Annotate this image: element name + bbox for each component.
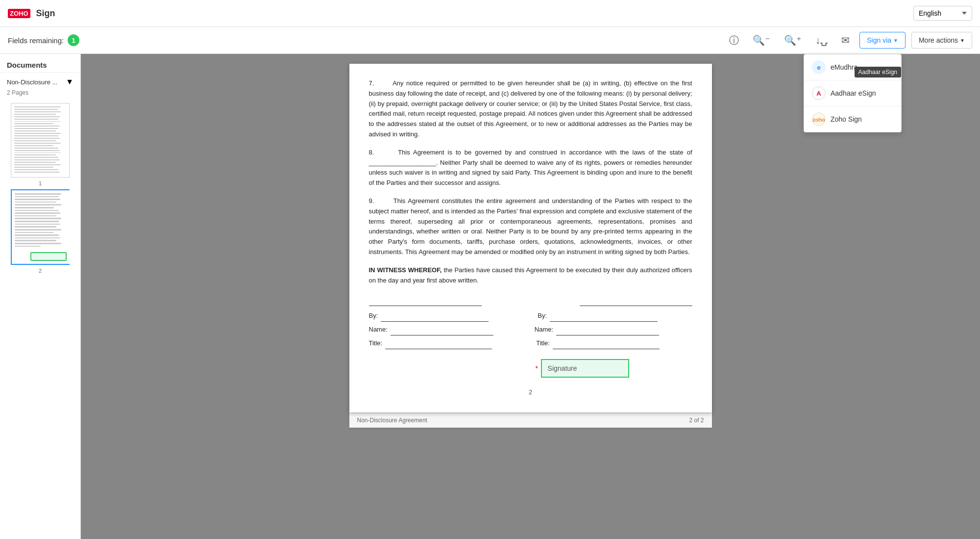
- para-7-text: Any notice required or permitted to be g…: [369, 79, 692, 138]
- signature-lines: By: By: Name: Name:: [369, 295, 692, 378]
- page-thumb-container-1: 1: [0, 103, 80, 186]
- app-brand: Sign: [36, 8, 55, 19]
- doc-pages-label: 2 Pages: [0, 88, 80, 100]
- required-star: *: [536, 364, 538, 372]
- witness-bold: IN WITNESS WHEREOF,: [369, 266, 442, 274]
- title-line-right: [553, 338, 660, 349]
- title-line-left: [385, 338, 492, 349]
- witness-paragraph: IN WITNESS WHEREOF, the Parties have cau…: [369, 265, 692, 286]
- logo-area: ZOHO Sign: [8, 8, 55, 19]
- dropdown-zoho-sign[interactable]: zoho Zoho Sign: [804, 106, 901, 132]
- page-2-label: 2: [0, 268, 80, 274]
- svg-text:zoho: zoho: [812, 117, 825, 123]
- fields-remaining-badge: 1: [68, 34, 79, 46]
- more-actions-label: More actions: [919, 36, 958, 44]
- emudhra-icon: e: [812, 60, 826, 74]
- page-thumb-container-2: 2: [0, 189, 80, 274]
- zoho-box-logo: ZOHO: [8, 9, 30, 18]
- more-actions-button[interactable]: More actions ▼: [911, 32, 972, 49]
- page-number: 2: [369, 387, 692, 398]
- sig-top-line-left: [369, 295, 482, 306]
- fields-remaining-label: Fields remaining:: [8, 36, 64, 45]
- name-right: Name:: [535, 325, 659, 335]
- zoho-sign-icon: zoho: [812, 112, 826, 126]
- sign-via-button[interactable]: Sign via ▼: [859, 32, 906, 49]
- para-7-number: 7.: [369, 79, 391, 87]
- paragraph-7: 7. Any notice required or permitted to b…: [369, 78, 692, 140]
- page-1-label: 1: [0, 180, 80, 186]
- by-left: By:: [369, 311, 489, 322]
- sidebar-title: Documents: [0, 54, 80, 73]
- name-line-left: [391, 325, 493, 335]
- zoho-sign-label: Zoho Sign: [831, 115, 862, 123]
- sidebar-doc-title[interactable]: Non-Disclosure ... ▼: [0, 73, 80, 88]
- dropdown-aadhaar[interactable]: A Aadhaar eSign Aadhaar eSign: [804, 80, 901, 106]
- more-actions-chevron-icon: ▼: [960, 38, 965, 43]
- sidebar: Documents Non-Disclosure ... ▼ 2 Pages: [0, 54, 81, 539]
- name-left: Name:: [369, 325, 493, 335]
- top-right-controls: English Spanish French: [913, 6, 972, 21]
- language-select[interactable]: English Spanish French: [913, 6, 972, 21]
- title-left: Title:: [369, 338, 492, 349]
- toolbar: Fields remaining: 1 ⓘ 🔍⁻ 🔍⁺ ↓⍽ ✉ Sign vi…: [0, 27, 980, 54]
- name-line-right: [556, 325, 659, 335]
- para-8-text: This Agreement is to be governed by and …: [369, 149, 692, 186]
- zoom-in-button[interactable]: 🔍⁻: [749, 32, 774, 48]
- paragraph-9: 9. This Agreement constitutes the entire…: [369, 196, 692, 257]
- fields-remaining-indicator: Fields remaining: 1: [8, 34, 79, 46]
- by-line-right: [550, 311, 658, 322]
- para-8-number: 8.: [369, 149, 395, 156]
- info-button[interactable]: ⓘ: [725, 32, 743, 49]
- para-9-text: This Agreement constitutes the entire ag…: [369, 197, 692, 256]
- sign-via-dropdown: e eMudhra A Aadhaar eSign Aadhaar eSign …: [804, 54, 902, 132]
- emudhra-label: eMudhra: [831, 63, 858, 71]
- document-page: 7. Any notice required or permitted to b…: [349, 64, 712, 412]
- download-button[interactable]: ↓⍽: [811, 32, 832, 48]
- zoom-out-button[interactable]: 🔍⁺: [780, 32, 806, 48]
- top-bar: ZOHO Sign English Spanish French: [0, 0, 980, 27]
- doc-name: Non-Disclosure ...: [7, 78, 57, 86]
- footer-doc-name: Non-Disclosure Agreement: [357, 417, 427, 424]
- footer-page-info: 2 of 2: [689, 417, 704, 424]
- page-thumb-2[interactable]: [11, 189, 70, 265]
- by-right: By:: [538, 311, 658, 322]
- paragraph-8: 8. This Agreement is to be governed by a…: [369, 148, 692, 188]
- sign-via-label: Sign via: [867, 36, 891, 44]
- aadhaar-label: Aadhaar eSign: [831, 89, 876, 97]
- sign-via-chevron-icon: ▼: [893, 38, 898, 43]
- email-button[interactable]: ✉: [837, 32, 854, 48]
- signature-field[interactable]: Signature: [541, 359, 629, 378]
- para-9-number: 9.: [369, 197, 391, 205]
- sig-top-line-right: [580, 295, 692, 306]
- document-footer: Non-Disclosure Agreement 2 of 2: [349, 412, 712, 428]
- title-right: Title:: [536, 338, 660, 349]
- svg-text:A: A: [816, 90, 821, 97]
- page-thumb-1[interactable]: [11, 103, 70, 178]
- aadhaar-icon: A: [812, 86, 826, 100]
- doc-collapse-icon: ▼: [66, 77, 74, 86]
- by-line-left: [381, 311, 489, 322]
- dropdown-emudhra[interactable]: e eMudhra: [804, 54, 901, 80]
